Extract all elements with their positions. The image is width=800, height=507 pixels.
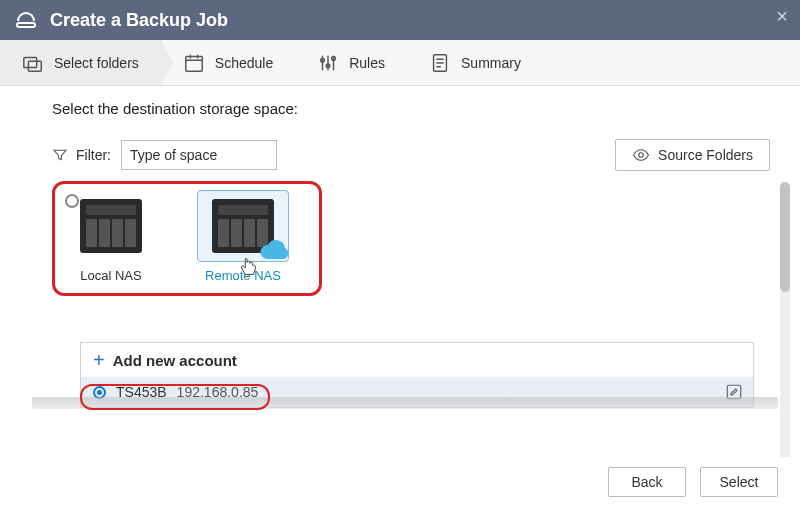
filter-label: Filter: (76, 147, 111, 163)
backup-icon (14, 11, 38, 29)
dialog-title: Create a Backup Job (50, 10, 228, 31)
add-account-button[interactable]: + Add new account (81, 343, 753, 377)
horizontal-scrollbar[interactable] (32, 397, 778, 409)
svg-rect-1 (28, 61, 41, 71)
step-select-folders[interactable]: Select folders (0, 40, 161, 85)
content-area: Select the destination storage space: Fi… (0, 86, 800, 457)
step-label: Summary (461, 55, 521, 71)
step-summary[interactable]: Summary (407, 40, 543, 85)
back-button[interactable]: Back (608, 467, 686, 497)
add-account-label: Add new account (113, 352, 237, 369)
space-label: Local NAS (57, 268, 165, 283)
local-nas-thumb (65, 190, 157, 262)
nas-icon (80, 199, 142, 253)
plus-icon: + (93, 349, 105, 372)
dialog-header: Create a Backup Job × (0, 0, 800, 40)
summary-icon (429, 52, 451, 74)
step-rules[interactable]: Rules (295, 40, 407, 85)
svg-point-7 (639, 153, 644, 158)
cloud-icon (256, 239, 292, 263)
step-schedule[interactable]: Schedule (161, 40, 295, 85)
filter-select[interactable]: Type of space (121, 140, 277, 170)
filter-icon (52, 147, 68, 163)
source-folders-button[interactable]: Source Folders (615, 139, 770, 171)
close-icon[interactable]: × (776, 6, 788, 26)
folders-icon (22, 52, 44, 74)
vertical-scrollbar[interactable] (780, 182, 790, 457)
eye-icon (632, 146, 650, 164)
dialog-footer: Back Select (0, 457, 800, 507)
filter-value: Type of space (130, 147, 217, 163)
step-label: Rules (349, 55, 385, 71)
step-label: Select folders (54, 55, 139, 71)
filter-row: Filter: Type of space Source Folders (52, 139, 770, 171)
calendar-icon (183, 52, 205, 74)
space-label: Remote NAS (189, 268, 297, 283)
sliders-icon (317, 52, 339, 74)
step-label: Schedule (215, 55, 273, 71)
backup-job-dialog: Create a Backup Job × Select folders Sch… (0, 0, 800, 507)
space-remote-nas[interactable]: Remote NAS (189, 190, 297, 283)
wizard-steps: Select folders Schedule Rules Summary (0, 40, 800, 86)
select-button[interactable]: Select (700, 467, 778, 497)
remote-nas-thumb (197, 190, 289, 262)
svg-rect-2 (186, 56, 203, 71)
storage-space-options: Local NAS Remote NAS (52, 181, 322, 296)
svg-rect-0 (24, 57, 37, 67)
space-local-nas[interactable]: Local NAS (57, 190, 165, 283)
source-folders-label: Source Folders (658, 147, 753, 163)
section-title: Select the destination storage space: (52, 100, 770, 117)
